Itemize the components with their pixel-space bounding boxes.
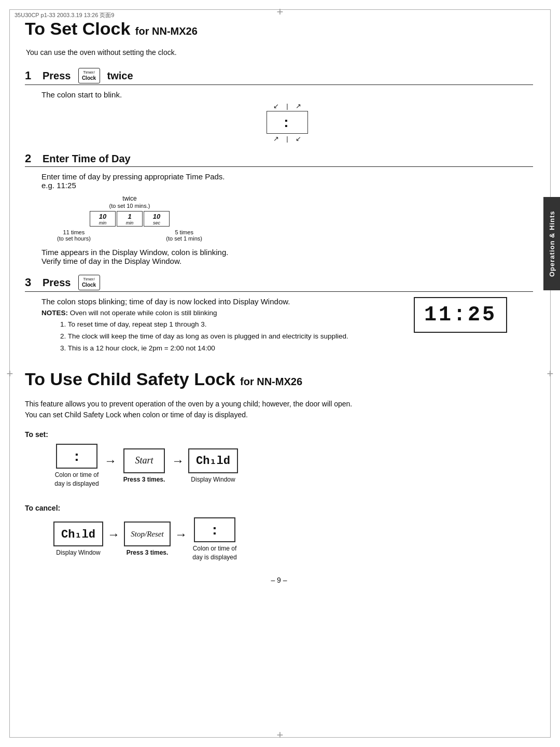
to-set-cap1: Colon or time of day is displayed bbox=[53, 471, 100, 488]
to-cancel-arrow1: → bbox=[107, 527, 120, 552]
crosshair-left bbox=[5, 369, 15, 378]
step2-note1: Time appears in the Display Window, colo… bbox=[41, 248, 533, 257]
to-set-arrow2: → bbox=[172, 454, 184, 478]
to-cancel-item1: Ch₁ld Display Window bbox=[53, 522, 103, 557]
step3-heading: 3 Press Timer/ Clock bbox=[25, 275, 533, 292]
step1-after: twice bbox=[107, 70, 133, 82]
step3-number: 3 bbox=[25, 276, 37, 289]
set-clock-intro: You can use the oven without setting the… bbox=[26, 48, 533, 57]
header-meta: 35U30CP p1-33 2003.3.19 13:26 页面9 bbox=[15, 11, 114, 19]
arrow-tr: ↗ bbox=[296, 102, 301, 110]
child-lock-title-main: To Use Child Safety Lock bbox=[25, 369, 235, 389]
crosshair-bottom bbox=[275, 730, 285, 740]
to-cancel-box1: Ch₁ld bbox=[53, 522, 103, 546]
step3-label: Press bbox=[43, 277, 71, 289]
to-cancel-cap3-l2: day is displayed bbox=[192, 554, 236, 561]
arrow-br: ↙ bbox=[296, 135, 301, 143]
to-cancel-diagram-row: Ch₁ld Display Window → Stop/Reset Press … bbox=[53, 517, 533, 562]
to-cancel-arrow2: → bbox=[175, 527, 187, 552]
to-set-label: To set: bbox=[25, 430, 533, 439]
to-cancel-label: To cancel: bbox=[25, 504, 533, 512]
to-set-item2: Start Press 3 times. bbox=[121, 448, 167, 484]
to-set-item1: : Colon or time of day is displayed bbox=[53, 444, 100, 488]
to-set-10mins: (to set 10 mins.) bbox=[109, 203, 150, 209]
to-cancel-cap3-l1: Colon or time of bbox=[193, 545, 237, 552]
pad-10sec[interactable]: 10 sec bbox=[144, 211, 170, 227]
arrow-tc: | bbox=[286, 102, 288, 110]
colon-box: : bbox=[267, 111, 308, 134]
pad3-unit: sec bbox=[153, 220, 160, 225]
step1-heading: 1 Press Timer/ Clock twice bbox=[25, 68, 533, 85]
child-lock-title: To Use Child Safety Lock for NN-MX26 bbox=[25, 369, 533, 389]
pad2-num: 1 bbox=[128, 213, 131, 220]
pad-right-label: 5 times (to set 1 mins) bbox=[166, 229, 202, 242]
pad-1min[interactable]: 1 min bbox=[117, 211, 143, 227]
pad-10min[interactable]: 10 min bbox=[90, 211, 116, 227]
step1-number: 1 bbox=[25, 69, 37, 82]
to-set-diagram-row: : Colon or time of day is displayed → St… bbox=[53, 444, 533, 488]
colon-display-wrap: ↙ | ↗ : ↗ | ↙ bbox=[41, 102, 533, 143]
arrow-bc: | bbox=[286, 135, 288, 143]
notes-oven: Oven will not operate while colon is sti… bbox=[70, 309, 217, 317]
right-times: 5 times bbox=[175, 229, 193, 235]
child-intro1-text: This feature allows you to prevent opera… bbox=[25, 400, 352, 408]
pad3-num: 10 bbox=[153, 213, 160, 220]
to-cancel-box3: : bbox=[194, 517, 235, 542]
step2-heading: 2 Enter Time of Day bbox=[25, 152, 533, 167]
step2-number: 2 bbox=[25, 152, 37, 165]
twice-label: twice bbox=[122, 195, 136, 202]
to-set-box2: Start bbox=[123, 448, 165, 473]
to-set-item3: Ch₁ld Display Window bbox=[188, 448, 238, 484]
time-pads-area: twice (to set 10 mins.) 10 min 1 min 10 … bbox=[57, 195, 202, 242]
arrows-top: ↙ | ↗ bbox=[273, 102, 301, 110]
set-clock-title: To Set Clock for NN-MX26 bbox=[25, 19, 533, 39]
to-cancel-wrap: To cancel: Ch₁ld Display Window → Stop/R… bbox=[25, 504, 533, 562]
step2-desc2: e.g. 11:25 bbox=[41, 181, 533, 190]
sidebar-tab: Operation & Hints bbox=[543, 197, 560, 290]
to-set-cap3: Display Window bbox=[190, 475, 236, 484]
timer-clock-btn-1[interactable]: Timer/ Clock bbox=[78, 68, 100, 83]
set-clock-subtitle: for NN-MX26 bbox=[135, 25, 198, 37]
child-lock-intro1: This feature allows you to prevent opera… bbox=[25, 399, 533, 421]
step1-desc: The colon start to blink. bbox=[41, 90, 533, 99]
to-set-box1: : bbox=[56, 444, 97, 469]
arrows-bottom: ↗ | ↙ bbox=[273, 135, 301, 143]
timer-btn-top-1: Timer/ bbox=[83, 71, 94, 75]
to-set-cap1-l2: day is displayed bbox=[54, 480, 99, 487]
step2-label: Enter Time of Day bbox=[43, 153, 131, 165]
crosshair-right bbox=[545, 369, 555, 378]
left-sub: (to set hours) bbox=[57, 235, 91, 242]
to-cancel-cap3: Colon or time of day is displayed bbox=[191, 544, 238, 562]
step1-body: The colon start to blink. ↙ | ↗ : ↗ | ↙ bbox=[41, 90, 533, 143]
step2-desc1: Enter time of day by pressing appropriat… bbox=[41, 172, 533, 181]
step2-note2: Verify time of day in the Display Window… bbox=[41, 257, 533, 265]
crosshair-top bbox=[275, 7, 285, 17]
clock-display-1125: 11:25 bbox=[414, 297, 507, 333]
right-sub: (to set 1 mins) bbox=[166, 235, 202, 242]
timer-btn-bot-1: Clock bbox=[82, 75, 96, 81]
to-set-wrap: To set: : Colon or time of day is displa… bbox=[25, 430, 533, 488]
timer-clock-btn-3[interactable]: Timer/ Clock bbox=[78, 275, 100, 290]
to-cancel-item2: Stop/Reset Press 3 times. bbox=[124, 522, 171, 557]
notes-bold: NOTES: bbox=[41, 309, 68, 317]
pads-labels: 11 times (to set hours) 5 times (to set … bbox=[57, 229, 202, 242]
page-number: – 9 – bbox=[25, 576, 533, 584]
timer-btn-top-3: Timer/ bbox=[83, 277, 94, 282]
step1-label: Press bbox=[43, 70, 71, 82]
to-cancel-item3: : Colon or time of day is displayed bbox=[191, 517, 238, 562]
pads-row: 10 min 1 min 10 sec bbox=[90, 211, 170, 227]
pad2-unit: min bbox=[126, 220, 134, 225]
to-set-arrow1: → bbox=[104, 454, 117, 478]
step3-list-item-3: 3. This is a 12 hour clock, ie 2pm = 2:0… bbox=[60, 343, 533, 355]
step2-body: Enter time of day by pressing appropriat… bbox=[41, 172, 533, 265]
child-intro2-text: You can set Child Safety Lock when colon… bbox=[25, 411, 248, 419]
set-clock-title-main: To Set Clock bbox=[25, 19, 130, 38]
to-cancel-box2: Stop/Reset bbox=[124, 522, 171, 546]
pad-left-label: 11 times (to set hours) bbox=[57, 229, 91, 242]
to-cancel-cap1: Display Window bbox=[55, 548, 102, 557]
pad1-unit: min bbox=[99, 220, 107, 225]
to-set-cap1-l1: Colon or time of bbox=[55, 471, 99, 478]
left-times: 11 times bbox=[63, 229, 85, 235]
to-set-box3: Ch₁ld bbox=[188, 448, 238, 473]
child-lock-subtitle: for NN-MX26 bbox=[240, 376, 302, 387]
